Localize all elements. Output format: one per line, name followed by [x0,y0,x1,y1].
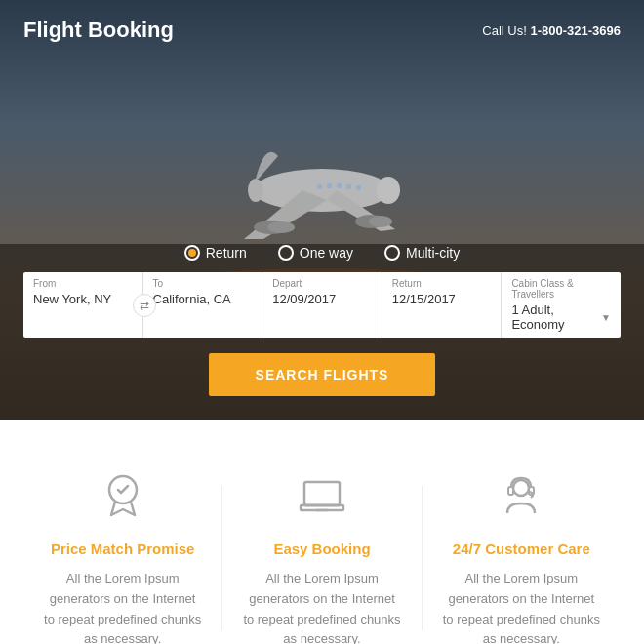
to-field[interactable]: To California, CA [143,272,263,338]
svg-point-4 [267,221,295,233]
feature-price-match-desc: All the Lorem Ipsum generators on the In… [43,569,202,644]
from-value: New York, NY [33,292,133,306]
return-value: 12/15/2017 [392,292,492,306]
from-label: From [33,278,133,289]
depart-field[interactable]: Depart 12/09/2017 [262,272,382,338]
trip-type-oneway[interactable]: One way [278,245,353,261]
radio-multicity[interactable] [384,245,400,261]
call-label: Call Us! [482,23,527,38]
feature-price-match: Price Match Promise All the Lorem Ipsum … [23,466,221,644]
svg-point-2 [248,179,263,202]
trip-type-selector: Return One way Multi-city [23,245,621,261]
trip-type-multicity[interactable]: Multi-city [384,245,460,261]
headset-icon [492,466,550,525]
phone-info: Call Us! 1-800-321-3696 [482,23,621,38]
svg-point-0 [254,169,390,212]
search-flights-button[interactable]: SEARCH FLIGHTS [209,353,436,396]
cabin-label: Cabin Class & Travellers [511,278,611,300]
return-label: Return [392,278,492,289]
feature-price-match-title: Price Match Promise [43,541,202,557]
cabin-value: 1 Adult, Economy [511,302,601,332]
feature-customer-care-desc: All the Lorem Ipsum generators on the In… [442,569,601,644]
svg-rect-10 [346,184,351,189]
site-title: Flight Booking [23,18,174,43]
svg-rect-9 [337,183,342,188]
svg-rect-19 [508,487,513,495]
feature-easy-booking: Easy Booking All the Lorem Ipsum generat… [222,466,421,644]
search-button-container: SEARCH FLIGHTS [23,353,621,396]
swap-icon[interactable]: ⇄ [133,294,156,317]
chevron-down-icon: ▼ [601,312,611,323]
search-fields: From New York, NY ⇄ To California, CA De… [23,272,621,338]
svg-rect-7 [317,184,322,189]
feature-easy-booking-title: Easy Booking [242,541,401,557]
svg-point-1 [377,177,400,204]
page-header: Flight Booking Call Us! 1-800-321-3696 [0,0,644,60]
svg-rect-8 [327,183,332,188]
features-section: Price Match Promise All the Lorem Ipsum … [0,420,644,644]
svg-rect-11 [356,185,361,190]
hero-section: Flight Booking Call Us! 1-800-321-3696 R… [0,0,644,420]
from-field[interactable]: From New York, NY ⇄ [23,272,143,338]
svg-point-18 [513,480,529,496]
radio-oneway[interactable] [278,245,294,261]
trip-type-return[interactable]: Return [184,245,247,261]
svg-point-6 [369,216,392,227]
depart-label: Depart [272,278,372,289]
feature-easy-booking-desc: All the Lorem Ipsum generators on the In… [242,569,401,644]
to-value: California, CA [153,292,253,306]
svg-rect-14 [304,482,340,505]
to-label: To [153,278,253,289]
booking-form: Return One way Multi-city From New York,… [0,245,644,420]
depart-value: 12/09/2017 [272,292,372,306]
cabin-field[interactable]: Cabin Class & Travellers 1 Adult, Econom… [502,272,621,338]
feature-customer-care: 24/7 Customer Care All the Lorem Ipsum g… [423,466,621,644]
award-icon [94,466,152,525]
phone-number: 1-800-321-3696 [530,23,621,38]
radio-return[interactable] [184,245,200,261]
return-field[interactable]: Return 12/15/2017 [382,272,503,338]
laptop-icon [293,466,351,525]
feature-customer-care-title: 24/7 Customer Care [442,541,601,557]
